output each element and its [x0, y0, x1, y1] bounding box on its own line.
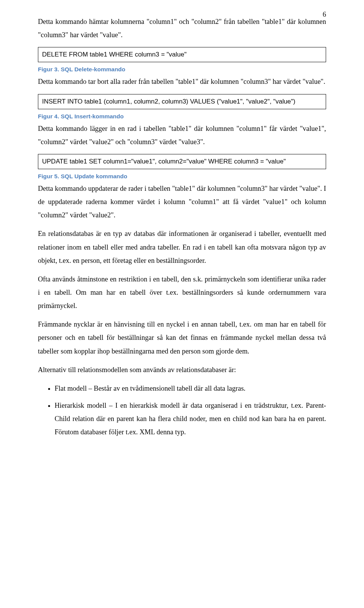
page-number: 6	[323, 11, 326, 19]
code-delete: DELETE FROM table1 WHERE column3 = "valu…	[38, 47, 326, 62]
list-item: Flat modell – Består av en tvådimensione…	[55, 382, 326, 395]
paragraph-3: Detta kommando lägger in en rad i tabell…	[38, 122, 326, 149]
paragraph-1: Detta kommando hämtar kolumnerna "column…	[38, 15, 326, 42]
bullet-list: Flat modell – Består av en tvådimensione…	[38, 382, 326, 439]
figure-caption-5: Figur 5. SQL Update kommando	[38, 173, 326, 180]
paragraph-2: Detta kommando tar bort alla rader från …	[38, 75, 326, 88]
page-container: 6 Detta kommando hämtar kolumnerna "colu…	[0, 0, 364, 465]
paragraph-7: Främmande nycklar är en hänvisning till …	[38, 318, 326, 358]
paragraph-4: Detta kommando uppdaterar de rader i tab…	[38, 182, 326, 222]
figure-caption-4: Figur 4. SQL Insert-kommando	[38, 113, 326, 120]
paragraph-6: Ofta används åtminstone en restriktion i…	[38, 273, 326, 313]
list-item: Hierarkisk modell – I en hierarkisk mode…	[55, 399, 326, 439]
paragraph-8: Alternativ till relationsmodellen som an…	[38, 363, 326, 377]
figure-caption-3: Figur 3. SQL Delete-kommando	[38, 66, 326, 73]
code-insert: INSERT INTO table1 (column1, column2, co…	[38, 94, 326, 109]
paragraph-5: En relationsdatabas är en typ av databas…	[38, 227, 326, 267]
code-update: UPDATE table1 SET column1="value1", colu…	[38, 154, 326, 169]
